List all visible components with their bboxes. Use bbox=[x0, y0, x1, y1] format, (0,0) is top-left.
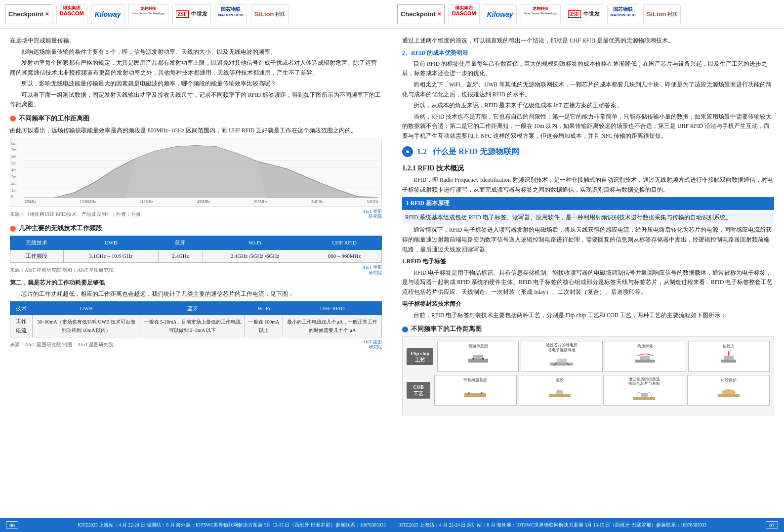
etag-title: 电子标签封装技术简介 bbox=[402, 299, 774, 309]
logo-zsf-left: ZSF 中世发 bbox=[172, 4, 211, 24]
footer-left: 06 IOTE2025 上海站：4 月 22-24 日 深圳站：8 月 海外展：… bbox=[0, 521, 392, 529]
table1-source-line: 来源：AIoT 星图研究院 制图：AIoT 星图研究院 AIoT 星图研究院 bbox=[10, 265, 382, 276]
svg-rect-18 bbox=[635, 360, 655, 363]
y-label-6m: 6m bbox=[11, 154, 16, 161]
logo-nation-left: 国芯物联 NATION RFID bbox=[215, 4, 247, 24]
table2-badge: AIoT 星图研究院 bbox=[362, 339, 382, 350]
svg-rect-27 bbox=[549, 394, 571, 397]
y-label-5m: 5m bbox=[11, 160, 16, 167]
left-page: 在远场中完成能量传输。 影响远场能量传输的条件主要有 3 个，即：信号源发射功率… bbox=[0, 29, 392, 518]
chapter-header: ● 1.2 什么是 RFID 无源物联网 bbox=[402, 145, 774, 159]
table1: 无线技术 UWB 蓝牙 Wi-Fi UHF RFID 工作频段 3.1GHz～1… bbox=[10, 236, 382, 262]
y-label-0: 0 bbox=[11, 194, 16, 201]
table1-cell-uwb: 3.1GHz～10.6 GHz bbox=[63, 250, 158, 263]
main-content: 在远场中完成能量传输。 影响远场能量传输的条件主要有 3 个，即：信号源发射功率… bbox=[0, 29, 784, 518]
left-para2: 发射功率每个国家都有严格的规定，尤其是民用产品都有发射功率上限，以避免对其他信号… bbox=[10, 58, 382, 78]
svg-rect-11 bbox=[473, 355, 483, 359]
table1-th-bluetooth: 蓝牙 bbox=[158, 236, 203, 250]
table1-badge: AIoT 星图研究院 bbox=[362, 265, 382, 276]
table1-th-tech: 无线技术 bbox=[10, 236, 64, 250]
table2-source: 来源：AIoT 星图研究院 制图：AIoT 星图研究院 bbox=[10, 340, 114, 349]
svg-point-33 bbox=[722, 389, 736, 395]
table2-th-uwb: UWB bbox=[33, 301, 140, 315]
cob-step-1: 环氧树脂基板 bbox=[434, 375, 517, 406]
table2-cell-tech: 工作电流 bbox=[10, 315, 33, 337]
page-container: Checkpoint ✕ 得实集团 DASCOM Kiloway 龙翱科技 Sc… bbox=[0, 0, 784, 532]
cob-row: COB工艺 环氧树脂基板 点胶 bbox=[407, 375, 770, 406]
section1-desc: 由此可以看出，远场传输获取能量效率最高的频段是 800MHz~1GHz 区间范围… bbox=[10, 126, 382, 136]
logo-checkpoint-right: Checkpoint ✕ bbox=[397, 4, 445, 24]
flip-step-2: 通过芯片的导电胶将电子连接导通 bbox=[521, 341, 602, 371]
chapter-num-circle: ● bbox=[402, 146, 413, 157]
cob-steps: 环氧树脂基板 点胶 bbox=[434, 375, 770, 406]
left-para4: 可以看下面一组测试数据：固定发射天线输出功率及接收天线尺寸，记录不同频率下的 R… bbox=[10, 90, 382, 110]
page-num-right: 07 bbox=[766, 521, 778, 529]
rfid-cost-para1: 目前 RFID 的标签使用量每年己有数百亿，巨大的规模刺激标签的成本价格在逐渐降… bbox=[402, 59, 774, 79]
second-point-desc: 芯片的工作功耗越低，相应的工作距离也会越远，我们统计了几类主要的通信芯片的工作电… bbox=[10, 289, 382, 299]
table2-th-tech: 技术 bbox=[10, 301, 33, 315]
rfid-tag-desc: RFID 电子标签是用于物品标识、具有信息存储机制、能接收读写器的电磁场调制信号… bbox=[402, 268, 774, 297]
section1-dot bbox=[10, 116, 16, 122]
logo-dascom-left: 得实集团 DASCOM bbox=[56, 4, 87, 24]
svg-point-26 bbox=[481, 392, 483, 394]
chart-y-labels: 8m 7m 6m 5m 4m 3m 2m 1m 0 bbox=[11, 140, 16, 198]
svg-rect-15 bbox=[557, 359, 567, 363]
table2-th-uhf: UHF RFID bbox=[283, 301, 382, 315]
svg-rect-31 bbox=[641, 393, 648, 397]
chart-x-labels: 125kHz 13.56MHz 315MHz 433MHz 915MHz 2.4… bbox=[24, 199, 378, 205]
flip-step-4: 热压力 bbox=[688, 341, 770, 371]
right-conclusion: 通过上述两个维度的筛选，可以很直观的得出一个结论，那就是 UHF RFID 是最… bbox=[402, 36, 774, 46]
flip-chip-steps: 侧面示意图 通过芯片的导电胶将电子连接导通 bbox=[437, 341, 770, 371]
table2-th-wifi: Wi-Fi bbox=[245, 301, 283, 315]
logo-silion-right: SiLion 衬联 bbox=[643, 4, 681, 24]
table2-cell-wifi: 一般在 100mA 以上 bbox=[245, 315, 283, 337]
y-label-2m: 2m bbox=[11, 180, 16, 187]
rfid-tag-title: 1.RFID 电子标签 bbox=[402, 256, 774, 266]
section-distance-title: 不同频率下的工作距离图 bbox=[411, 324, 482, 334]
box1-desc: RFID 系统基本组成包括 RFID 电子标签、读写器、应用软件，是一种利用射频… bbox=[402, 211, 774, 224]
table2-source-line: 来源：AIoT 星图研究院 制图：AIoT 星图研究院 AIoT 星图研究院 bbox=[10, 339, 382, 350]
y-label-1m: 1m bbox=[11, 187, 16, 194]
page-num-left: 06 bbox=[6, 521, 18, 529]
flip-chip-row: Flip chip工艺 侧面示意图 bbox=[407, 341, 770, 371]
logo-kiloway-right: Kiloway bbox=[484, 4, 517, 24]
left-para1: 影响远场能量传输的条件主要有 3 个，即：信号源发射功率、天线的大小、以及无线电… bbox=[10, 47, 382, 57]
section2-dot bbox=[10, 226, 16, 232]
box1-para: 通常情况下，RFID 电子标签进入读写器发射的电磁场后，将从天线获得的感应电流，… bbox=[402, 225, 774, 254]
flip-chip-label: Flip chip工艺 bbox=[407, 348, 433, 365]
logo-nation-right: 国芯物联 NATION RFID bbox=[607, 4, 639, 24]
box1-header: 1 RFID 基本原理 bbox=[402, 197, 774, 210]
svg-rect-29 bbox=[557, 390, 562, 393]
section1-title: 不同频率下的工作距离图 bbox=[19, 114, 89, 124]
table1-cell-uhf: 860～960MHz bbox=[307, 250, 382, 263]
etag-desc: 目前，RFID 电子标签封装技术主要包括两种工艺，分别是 Flip chip 工… bbox=[402, 311, 774, 321]
section2-title: 几种主要的无线技术工作频段 bbox=[19, 223, 102, 234]
y-label-7m: 7m bbox=[11, 147, 16, 154]
table2-cell-uhf: 最小的工作电流仅几个μA，一般正常工作的时候需要几十个 μA bbox=[283, 315, 382, 337]
chart-aiot-badge: AIoT 星图研究院 bbox=[362, 209, 382, 220]
svg-rect-24 bbox=[464, 393, 486, 397]
footer: 06 IOTE2025 上海站：4 月 22-24 日 深圳站：8 月 海外展：… bbox=[0, 518, 784, 532]
table2-cell-uwb: 30~60mA（市场也有低功耗 UWB 技术可以做到功耗到 10mA 以内） bbox=[33, 315, 140, 337]
table1-cell-bt: 2.4GHz bbox=[158, 250, 203, 263]
cob-label: COB工艺 bbox=[407, 382, 430, 399]
right-page: 通过上述两个维度的筛选，可以很直观的得出一个结论，那就是 UHF RFID 是最… bbox=[392, 29, 784, 518]
section1-header: 不同频率下的工作距离图 bbox=[10, 114, 382, 124]
table2: 技术 UWB 蓝牙 Wi-Fi UHF RFID 工作电流 30~60mA（市场… bbox=[10, 301, 382, 337]
footer-left-text: IOTE2025 上海站：4 月 22-24 日 深圳站：8 月 海外展：IOT… bbox=[78, 522, 386, 529]
section-distance-header: 不同频率下的工作距离图 bbox=[402, 324, 774, 334]
cob-step-2: 点胶 bbox=[519, 375, 601, 406]
logo-silion-left: SiLion 衬联 bbox=[251, 4, 289, 24]
chapter-title: 1.2 什么是 RFID 无源物联网 bbox=[417, 145, 519, 158]
cob-step-4: 封胶保护 bbox=[687, 375, 770, 406]
svg-marker-23 bbox=[727, 353, 730, 355]
y-label-4m: 4m bbox=[11, 167, 16, 174]
chapter-num-text: ● bbox=[406, 146, 410, 157]
table1-source: 来源：AIoT 星图研究院 制图：AIoT 星图研究院 bbox=[10, 266, 114, 274]
flip-step-1: 侧面示意图 bbox=[437, 341, 519, 371]
rfid-cost-num: 2、RFID 的成本优势明显 bbox=[402, 48, 774, 58]
y-label-3m: 3m bbox=[11, 174, 16, 181]
header-logos-right: Checkpoint ✕ 得实集团 DASCOM Kiloway 龙翱科技 Sc… bbox=[392, 0, 784, 28]
svg-rect-30 bbox=[633, 397, 655, 400]
logo-scse-right: 龙翱科技 Scse Sense Technology bbox=[521, 4, 561, 24]
